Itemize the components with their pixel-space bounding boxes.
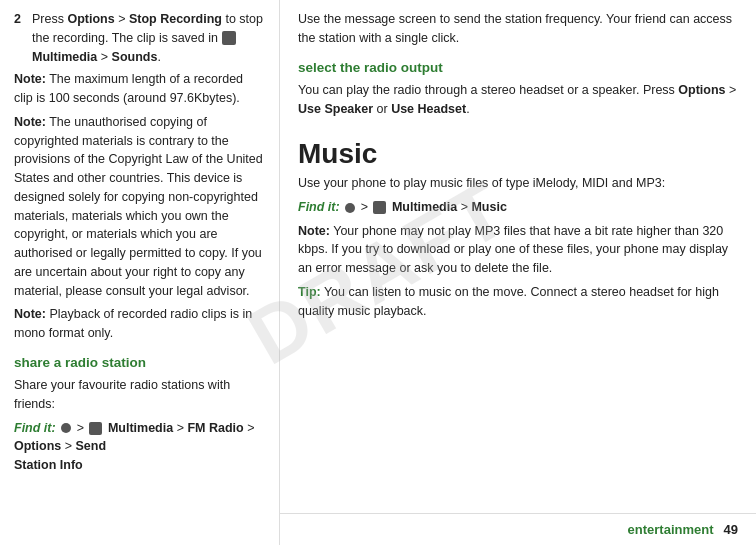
right-column: Use the message screen to send the stati…	[280, 0, 756, 545]
note-2: Note: The unauthorised copying of copyri…	[14, 113, 265, 301]
multimedia-icon-right	[373, 201, 386, 214]
music-intro: Use your phone to play music files of ty…	[298, 174, 738, 193]
note-3-label: Note:	[14, 307, 46, 321]
dot-icon-right	[345, 203, 355, 213]
footer-label: entertainment	[628, 520, 714, 540]
sounds-text: Sounds	[112, 50, 158, 64]
note-1: Note: The maximum length of a recorded c…	[14, 70, 265, 108]
select-options: Options	[678, 83, 725, 97]
note-1-label: Note:	[14, 72, 46, 86]
select-heading: select the radio output	[298, 58, 738, 78]
multimedia-text: Multimedia	[32, 50, 97, 64]
select-use-headset: Use Headset	[391, 102, 466, 116]
music-heading: Music	[298, 139, 738, 170]
multimedia-right: Multimedia	[392, 200, 457, 214]
tip-label: Tip:	[298, 285, 321, 299]
dot-icon-left	[61, 423, 71, 433]
step-number: 2	[14, 10, 32, 66]
note-music-label: Note:	[298, 224, 330, 238]
share-text: Share your favourite radio stations with…	[14, 376, 265, 414]
select-text: You can play the radio through a stereo …	[298, 81, 738, 119]
multimedia-find: Multimedia	[108, 421, 173, 435]
footer-number: 49	[724, 520, 738, 540]
note-music-text: Your phone may not play MP3 files that h…	[298, 224, 728, 276]
note-music: Note: Your phone may not play MP3 files …	[298, 222, 738, 278]
spacer-1	[298, 123, 738, 133]
select-use-speaker: Use Speaker	[298, 102, 373, 116]
step-2-text: Press Options > Stop Recording to stop t…	[32, 10, 265, 66]
intro-text: Use the message screen to send the stati…	[298, 10, 738, 48]
stop-recording-label: Stop Recording	[129, 12, 222, 26]
page-container: 2 Press Options > Stop Recording to stop…	[0, 0, 756, 545]
multimedia-icon	[222, 31, 236, 45]
fm-radio-find: FM Radio	[187, 421, 243, 435]
options-label: Options	[67, 12, 114, 26]
note-3-text: Playback of recorded radio clips is in m…	[14, 307, 252, 340]
share-heading: share a radio station	[14, 353, 265, 373]
find-it-right: Find it: > Multimedia > Music	[298, 198, 738, 217]
tip-text: You can listen to music on the move. Con…	[298, 285, 719, 318]
find-it-left: Find it: > Multimedia > FM Radio > Optio…	[14, 419, 265, 475]
select-text-1: You can play the radio through a stereo …	[298, 83, 678, 97]
step-2: 2 Press Options > Stop Recording to stop…	[14, 10, 265, 66]
note-2-text: The unauthorised copying of copyrighted …	[14, 115, 263, 298]
find-it-left-arrow1: >	[77, 421, 88, 435]
find-it-right-label: Find it:	[298, 200, 340, 214]
tip: Tip: You can listen to music on the move…	[298, 283, 738, 321]
multimedia-icon-left	[89, 422, 102, 435]
station-info-find: Station Info	[14, 458, 83, 472]
footer-bar: entertainment 49	[280, 513, 756, 546]
options-find: Options	[14, 439, 61, 453]
left-column: 2 Press Options > Stop Recording to stop…	[0, 0, 280, 545]
note-2-label: Note:	[14, 115, 46, 129]
send-find: Send	[75, 439, 106, 453]
find-it-left-label: Find it:	[14, 421, 56, 435]
note-3: Note: Playback of recorded radio clips i…	[14, 305, 265, 343]
note-1-text: The maximum length of a recorded clip is…	[14, 72, 243, 105]
music-right: Music	[471, 200, 506, 214]
